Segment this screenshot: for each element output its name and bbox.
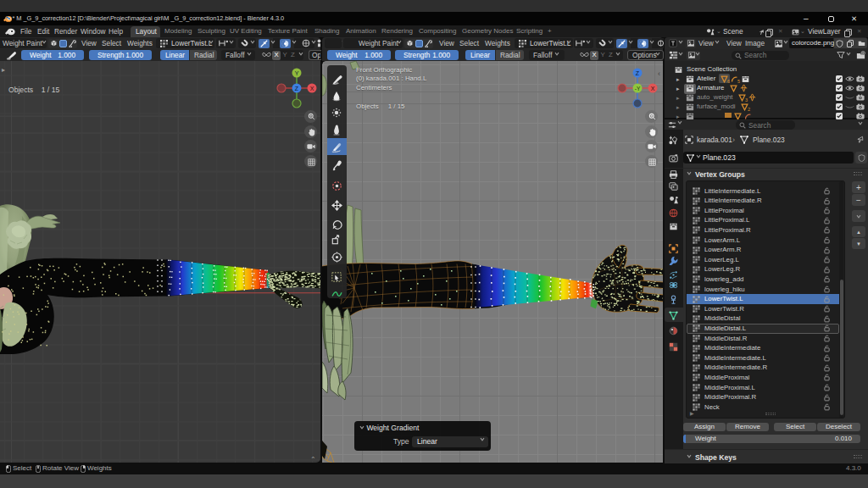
svg-text:Z: Z [295, 86, 299, 92]
svg-text:-Y: -Y [635, 86, 641, 92]
svg-text:X: X [310, 86, 314, 92]
svg-text:X: X [651, 86, 655, 92]
svg-text:Y: Y [295, 70, 299, 76]
svg-text:Z: Z [636, 70, 640, 76]
